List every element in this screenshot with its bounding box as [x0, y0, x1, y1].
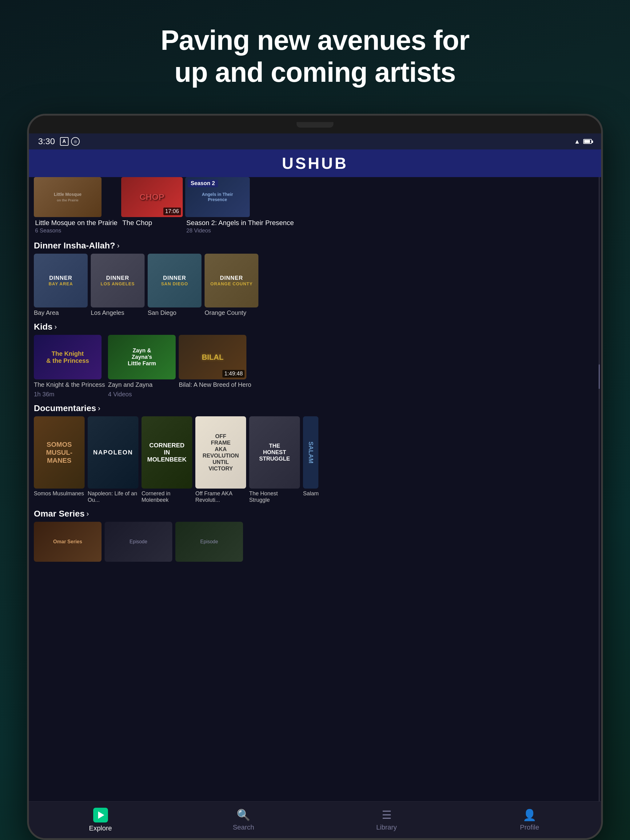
frame-label: Off Frame AKA Revoluti... — [195, 489, 246, 504]
tagline-line1: Paving new avenues for — [161, 25, 469, 56]
dinner-title: Dinner Insha-Allah? — [34, 241, 115, 251]
show-chop[interactable]: CHOP 17:06 The Chop — [121, 177, 183, 236]
chop-title: The Chop — [122, 219, 182, 227]
show-angels[interactable]: Angels in TheirPresence Season 2 Season … — [185, 177, 295, 236]
nav-explore-label: Explore — [89, 824, 112, 832]
dinner-sandiego-label: San Diego — [148, 308, 201, 317]
status-icons: A ◎ — [60, 137, 80, 146]
omar-thumbs-row: Omar Series Episode Episode — [34, 522, 596, 562]
kids-header[interactable]: Kids › — [34, 317, 596, 335]
status-icon-a: A — [60, 137, 69, 146]
angels-subtitle: 28 Videos — [187, 227, 294, 234]
kids-title: Kids — [34, 322, 52, 332]
documentaries-thumbs-row: SOMOSMUSUL-MANES Somos Musulmanes NAPOLE… — [34, 416, 596, 504]
top-shows-row: Little Mosque on the Prairie Little Mosq… — [29, 177, 601, 236]
omar-thumb-3[interactable]: Episode — [175, 522, 243, 562]
show-little-mosque[interactable]: Little Mosque on the Prairie Little Mosq… — [34, 177, 119, 236]
napoleon-label: Napoleon: Life of an Ou... — [88, 489, 138, 504]
doc-struggle[interactable]: THEHONESTSTRUGGLE The Honest Struggle — [249, 416, 300, 504]
nav-library[interactable]: ☰ Library — [315, 808, 458, 831]
dinner-bayarea-label: Bay Area — [34, 308, 88, 317]
kids-knight[interactable]: The Knight& the Princess The Knight & th… — [34, 335, 105, 398]
somos-label: Somos Musulmanes — [34, 489, 85, 497]
dinner-sandiego[interactable]: DINNER SAN DIEGO San Diego — [148, 254, 201, 317]
kids-bilal[interactable]: BILAL 1:49:48 Bilal: A New Breed of Hero — [179, 335, 251, 398]
struggle-label: The Honest Struggle — [249, 489, 300, 504]
kids-chevron-icon: › — [54, 322, 57, 331]
status-time: 3:30 — [38, 136, 55, 146]
omar-chevron-icon: › — [86, 510, 89, 518]
app-header: USHUB — [29, 149, 601, 177]
camera-notch — [296, 122, 334, 128]
documentaries-title: Documentaries — [34, 403, 96, 413]
wifi-icon: ▲ — [574, 138, 580, 145]
tagline: Paving new avenues for up and coming art… — [0, 0, 630, 107]
omar-thumb-1[interactable]: Omar Series — [34, 522, 101, 562]
nav-search-label: Search — [233, 823, 255, 831]
status-right-icons: ▲ — [574, 138, 592, 145]
tablet-screen: 3:30 A ◎ ▲ USHUB — [29, 115, 601, 838]
bilal-title: Bilal: A New Breed of Hero — [179, 379, 251, 389]
chop-timer: 17:06 — [163, 208, 181, 215]
documentaries-chevron-icon: › — [98, 404, 100, 413]
kids-section: Kids › The Knight& the Princess The Knig… — [29, 317, 601, 398]
knight-title: The Knight & the Princess — [34, 379, 105, 389]
battery-icon — [583, 139, 592, 144]
knight-subtitle: 1h 36m — [34, 389, 105, 398]
omar-header[interactable]: Omar Series › — [34, 504, 596, 522]
doc-somos[interactable]: SOMOSMUSUL-MANES Somos Musulmanes — [34, 416, 85, 504]
play-triangle-icon — [98, 812, 104, 819]
dinner-la[interactable]: DINNER LOS ANGELES Los Angeles — [91, 254, 144, 317]
kids-thumbs-row: The Knight& the Princess The Knight & th… — [34, 335, 596, 398]
dinner-header[interactable]: Dinner Insha-Allah? › — [34, 236, 596, 254]
salam-label: Salam — [303, 489, 318, 497]
season2-badge: Season 2 — [188, 180, 218, 187]
doc-napoleon[interactable]: NAPOLEON Napoleon: Life of an Ou... — [88, 416, 138, 504]
dinner-oc-label: Orange County — [204, 308, 258, 317]
explore-icon — [93, 808, 108, 823]
omar-thumb-2[interactable]: Episode — [104, 522, 172, 562]
nav-library-label: Library — [376, 823, 397, 831]
library-icon: ☰ — [382, 808, 392, 821]
mosque-title: Little Mosque on the Prairie — [35, 219, 117, 227]
documentaries-section: Documentaries › SOMOSMUSUL-MANES Somos M… — [29, 398, 601, 504]
doc-salam[interactable]: SALAM Salam — [303, 416, 318, 504]
status-icon-circle: ◎ — [71, 137, 80, 146]
profile-icon: 👤 — [522, 808, 537, 821]
bottom-nav: Explore 🔍 Search ☰ Library 👤 Profile — [29, 801, 601, 838]
nav-explore[interactable]: Explore — [29, 808, 172, 832]
dinner-section: Dinner Insha-Allah? › DINNER BAY AREA — [29, 236, 601, 317]
dinner-oc[interactable]: DINNER ORANGE COUNTY Orange County — [204, 254, 258, 317]
dinner-bayarea[interactable]: DINNER BAY AREA Bay Area — [34, 254, 88, 317]
omar-section: Omar Series › Omar Series Episode — [29, 504, 601, 562]
dinner-thumbs-row: DINNER BAY AREA Bay Area DINN — [34, 254, 596, 317]
scroll-indicator — [598, 177, 600, 801]
doc-frame[interactable]: OFFFRAMEAKAREVOLUTIONUNTILVICTORY Off Fr… — [195, 416, 246, 504]
zayn-subtitle: 4 Videos — [108, 389, 176, 398]
app-logo: USHUB — [282, 154, 348, 172]
angels-title: Season 2: Angels in Their Presence — [187, 219, 294, 227]
dinner-la-label: Los Angeles — [91, 308, 144, 317]
status-bar: 3:30 A ◎ ▲ — [29, 133, 601, 149]
tagline-line2: up and coming artists — [174, 57, 456, 88]
content-area[interactable]: Little Mosque on the Prairie Little Mosq… — [29, 177, 601, 801]
mosque-subtitle: 6 Seasons — [35, 227, 117, 234]
nav-search[interactable]: 🔍 Search — [172, 808, 315, 831]
doc-cornered[interactable]: CORNEREDINMOLENBEEK Cornered in Molenbee… — [141, 416, 192, 504]
omar-title: Omar Series — [34, 509, 85, 519]
scroll-thumb — [598, 364, 600, 389]
tablet-device: 3:30 A ◎ ▲ USHUB — [27, 114, 603, 840]
bilal-duration: 1:49:48 — [222, 370, 245, 377]
nav-profile-label: Profile — [520, 823, 539, 831]
nav-profile[interactable]: 👤 Profile — [458, 808, 601, 831]
tablet-top-bar — [29, 115, 601, 134]
documentaries-header[interactable]: Documentaries › — [34, 398, 596, 416]
zayn-title: Zayn and Zayna — [108, 379, 176, 389]
dinner-chevron-icon: › — [117, 242, 119, 250]
kids-zayn[interactable]: Zayn &Zayna'sLittle Farm Zayn and Zayna … — [108, 335, 176, 398]
search-icon: 🔍 — [237, 808, 250, 821]
cornered-label: Cornered in Molenbeek — [141, 489, 192, 504]
